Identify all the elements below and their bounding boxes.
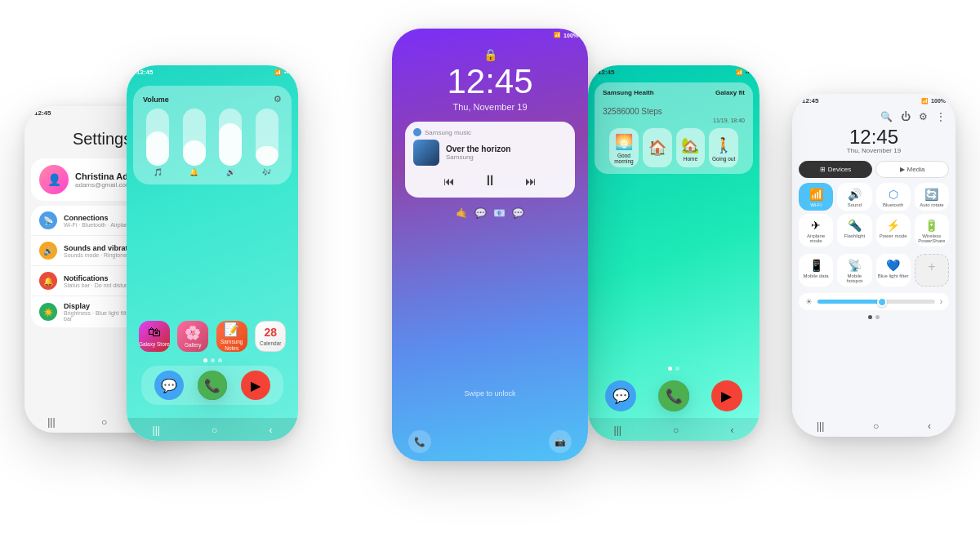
dock-youtube-4[interactable]: ▶ bbox=[711, 380, 742, 411]
dock-phone-4[interactable]: 📞 bbox=[658, 380, 689, 411]
tile-wifi[interactable]: 📶 Wi-Fi bbox=[799, 183, 833, 211]
nav-home-2[interactable]: ○ bbox=[212, 424, 217, 436]
nav-recent-5[interactable]: ||| bbox=[817, 420, 824, 432]
tile-mobile-data[interactable]: 📱 Mobile data bbox=[799, 254, 833, 287]
play-pause-button[interactable]: ⏸ bbox=[483, 172, 497, 189]
settings-icon-5[interactable]: ⚙ bbox=[919, 111, 928, 122]
qbtn-going-out[interactable]: 🚶 Going out bbox=[709, 128, 738, 167]
add-tile-icon: + bbox=[928, 260, 935, 274]
brightness-bar[interactable] bbox=[817, 300, 935, 304]
flashlight-icon: 🔦 bbox=[848, 219, 862, 232]
tile-airplane[interactable]: ✈ Airplane mode bbox=[799, 214, 833, 247]
tile-wireless-share[interactable]: 🔋 Wireless PowerShare bbox=[915, 214, 949, 247]
notification-icons: 🤙 💬 📧 💬 bbox=[392, 207, 588, 219]
tile-hotspot[interactable]: 📡 Mobile hotspot bbox=[837, 254, 871, 287]
slider-media[interactable]: 🎵 bbox=[146, 109, 169, 176]
swipe-to-unlock[interactable]: Swipe to unlock bbox=[392, 389, 588, 398]
signal-2: 📶 bbox=[274, 69, 282, 76]
tab-devices[interactable]: ⊞ Devices bbox=[799, 161, 872, 178]
tile-bluetooth[interactable]: ⬡ Bluetooth bbox=[876, 183, 911, 211]
music-artist: Samsung bbox=[446, 153, 567, 161]
next-button[interactable]: ⏭ bbox=[525, 175, 537, 188]
battery-2: ▪▪ bbox=[284, 69, 288, 75]
dots-indicator-4 bbox=[588, 367, 760, 371]
tile-blue-light[interactable]: 💙 Blue light filter bbox=[876, 254, 911, 287]
nav-recent-2[interactable]: ||| bbox=[153, 424, 160, 436]
app-samsung-notes[interactable]: 📝 Samsung Notes bbox=[216, 321, 247, 352]
going-out-label: Going out bbox=[712, 156, 735, 162]
qbtn-good-morning[interactable]: 🌅 Good morning bbox=[609, 128, 639, 167]
dock-msg-4[interactable]: 💬 bbox=[605, 380, 636, 411]
nav-home-4[interactable]: ○ bbox=[673, 424, 679, 436]
music-info: Over the horizon Samsung bbox=[413, 140, 567, 166]
quick-action-buttons: 🌅 Good morning 🏠 🏡 Home 🚶 Going out bbox=[609, 128, 738, 167]
app-galaxy-store-label: Galaxy Store bbox=[139, 341, 170, 348]
dock-phone-2[interactable]: 📞 bbox=[198, 371, 227, 400]
status-time-1: 12:45 bbox=[34, 109, 51, 117]
notif-msg-icon: 💬 bbox=[474, 207, 487, 219]
wifi-icon: 📶 bbox=[809, 188, 823, 201]
nav-back-4[interactable]: ‹ bbox=[730, 424, 733, 436]
power-icon-5[interactable]: ⏻ bbox=[901, 111, 911, 122]
search-icon-5[interactable]: 🔍 bbox=[880, 111, 893, 122]
lock-date: Thu, November 19 bbox=[392, 102, 588, 112]
nav-home-5[interactable]: ○ bbox=[873, 420, 879, 432]
sound-icon: 🔊 bbox=[848, 188, 862, 201]
dock-msg-2[interactable]: 💬 bbox=[154, 371, 184, 400]
status-time-4: 12:45 bbox=[598, 69, 614, 76]
health-steps: 32586000 Steps bbox=[603, 98, 745, 118]
blue-light-icon: 💙 bbox=[886, 259, 900, 272]
status-bar-5: 12:45 📶 100% bbox=[792, 94, 956, 108]
tile-add[interactable]: + bbox=[915, 254, 949, 287]
nav-back-2[interactable]: ‹ bbox=[269, 424, 272, 436]
mobile-data-icon: 📱 bbox=[809, 259, 823, 272]
nav-recent-4[interactable]: ||| bbox=[614, 424, 621, 436]
phone-volume: 12:45 📶 ▪▪ Volume ⚙ 🎵 bbox=[127, 65, 298, 441]
nav-back-5[interactable]: ‹ bbox=[928, 420, 931, 432]
prev-button[interactable]: ⏮ bbox=[443, 175, 455, 188]
nav-bar-4: ||| ○ ‹ bbox=[588, 418, 760, 441]
nav-recent-1[interactable]: ||| bbox=[47, 416, 55, 428]
notif-call-icon: 🤙 bbox=[456, 207, 468, 219]
tile-flashlight[interactable]: 🔦 Flashlight bbox=[837, 214, 871, 247]
app-calendar-label: Calendar bbox=[260, 340, 281, 347]
home-icon: 🏡 bbox=[681, 136, 699, 154]
app-gallery[interactable]: 🌸 Gallery bbox=[177, 321, 208, 352]
volume-title: Volume bbox=[143, 96, 169, 104]
dots-indicator-5 bbox=[792, 315, 956, 319]
app-galaxy-store[interactable]: 🛍 Galaxy Store bbox=[139, 321, 170, 352]
slider-media-icon: 🎵 bbox=[154, 168, 163, 176]
more-icon-5[interactable]: ⋮ bbox=[936, 111, 946, 122]
bluetooth-icon: ⬡ bbox=[889, 188, 898, 201]
volume-settings-icon[interactable]: ⚙ bbox=[274, 94, 282, 104]
notif-time: 12:45 bbox=[792, 124, 956, 147]
app-calendar[interactable]: 28 Calendar bbox=[255, 321, 286, 352]
tile-power-mode[interactable]: ⚡ Power mode bbox=[876, 214, 911, 247]
qbtn-scene1[interactable]: 🏠 bbox=[643, 128, 672, 167]
slider-ring[interactable]: 🔔 bbox=[183, 109, 206, 176]
music-app-name: Samsung music bbox=[413, 128, 567, 136]
health-card: Samsung Health Galaxy fit 32586000 Steps… bbox=[595, 82, 753, 174]
signal-4: 📶 bbox=[736, 69, 743, 76]
lock-camera-icon[interactable]: 📷 bbox=[549, 430, 572, 453]
lock-icon: 🔒 bbox=[392, 42, 588, 64]
tab-media[interactable]: ▶ Media bbox=[875, 161, 949, 178]
lock-phone-icon[interactable]: 📞 bbox=[408, 430, 431, 453]
brightness-expand-icon[interactable]: › bbox=[940, 297, 942, 306]
quick-tiles-row1: 📶 Wi-Fi 🔊 Sound ⬡ Bluetooth 🔄 Auto rotat… bbox=[799, 183, 949, 211]
connections-icon: 📡 bbox=[39, 211, 57, 229]
nav-home-1[interactable]: ○ bbox=[101, 416, 107, 428]
slider-call[interactable]: 🔊 bbox=[219, 109, 242, 176]
app-samsung-notes-label: Samsung Notes bbox=[216, 339, 247, 352]
brightness-handle[interactable] bbox=[877, 297, 887, 307]
dock-youtube-2[interactable]: ▶ bbox=[241, 371, 270, 400]
volume-sliders: 🎵 🔔 🔊 bbox=[143, 111, 282, 176]
scene: 12:45 📶 100% Settings 🔍 👤 Christina Ada bbox=[0, 0, 980, 551]
dot-2 bbox=[211, 358, 215, 362]
qbtn-home[interactable]: 🏡 Home bbox=[676, 128, 706, 167]
tile-auto-rotate[interactable]: 🔄 Auto rotate bbox=[915, 183, 949, 211]
going-out-icon: 🚶 bbox=[715, 136, 733, 154]
notif-email-icon: 📧 bbox=[493, 207, 506, 219]
tile-sound[interactable]: 🔊 Sound bbox=[837, 183, 871, 211]
slider-system[interactable]: 🎶 bbox=[256, 109, 278, 176]
